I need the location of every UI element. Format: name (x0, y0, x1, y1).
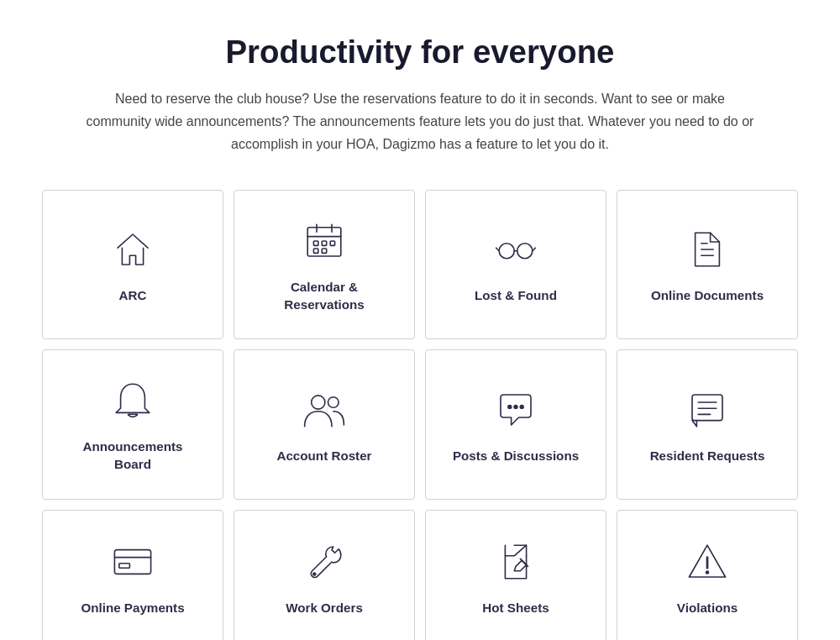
grid-item-label-calendar: Calendar & Reservations (284, 278, 364, 314)
grid-item-label-hot-sheets: Hot Sheets (482, 599, 549, 616)
calendar-icon (299, 216, 349, 266)
svg-point-10 (517, 244, 533, 259)
svg-point-22 (520, 404, 524, 408)
grid-item-violations[interactable]: Violations (617, 510, 798, 640)
home-icon (108, 224, 158, 275)
grid-item-calendar[interactable]: Calendar & Reservations (234, 190, 415, 340)
page-subtitle: Need to reserve the club house? Use the … (84, 87, 756, 156)
svg-rect-8 (322, 249, 326, 253)
svg-point-19 (328, 396, 339, 407)
grid-item-online-payments[interactable]: Online Payments (42, 510, 223, 640)
credit-card-icon (108, 537, 158, 587)
grid-item-label-lost-found: Lost & Found (475, 286, 557, 304)
document-icon (682, 224, 732, 275)
grid-item-label-work-orders: Work Orders (286, 599, 363, 616)
grid-item-label-account-roster: Account Roster (276, 447, 371, 464)
grid-item-label-posts-discussions: Posts & Discussions (453, 447, 579, 464)
grid-item-account-roster[interactable]: Account Roster (234, 349, 415, 500)
grid-item-lost-found[interactable]: Lost & Found (425, 190, 606, 340)
svg-point-30 (312, 572, 317, 576)
svg-rect-29 (119, 564, 130, 568)
page-title: Productivity for everyone (17, 34, 823, 71)
grid-item-hot-sheets[interactable]: Hot Sheets (425, 510, 606, 640)
svg-point-33 (706, 570, 710, 574)
chat-icon (491, 385, 541, 435)
svg-point-21 (513, 404, 517, 408)
svg-point-18 (312, 396, 325, 409)
grid-item-online-documents[interactable]: Online Documents (617, 190, 798, 340)
grid-item-label-violations: Violations (677, 599, 738, 616)
grid-item-label-resident-requests: Resident Requests (650, 447, 765, 464)
svg-rect-6 (330, 241, 334, 245)
svg-rect-27 (114, 550, 150, 574)
svg-point-20 (507, 404, 512, 408)
svg-rect-5 (322, 241, 326, 245)
grid-item-label-announcements: Announcements Board (83, 438, 183, 474)
message-lines-icon (682, 385, 732, 435)
grid-item-resident-requests[interactable]: Resident Requests (617, 349, 798, 500)
wrench-icon (299, 537, 349, 587)
feature-grid: ARCCalendar & ReservationsLost & FoundOn… (17, 190, 823, 640)
svg-rect-0 (307, 227, 341, 255)
grid-item-label-online-payments: Online Payments (81, 599, 184, 616)
warning-icon (682, 537, 732, 587)
svg-point-9 (499, 244, 514, 259)
edit-doc-icon (491, 537, 541, 587)
grid-item-work-orders[interactable]: Work Orders (234, 510, 415, 640)
grid-item-arc[interactable]: ARC (42, 190, 223, 340)
bell-icon (108, 375, 158, 426)
glasses-icon (491, 224, 541, 275)
grid-item-posts-discussions[interactable]: Posts & Discussions (425, 349, 606, 500)
grid-item-label-online-documents: Online Documents (651, 286, 764, 304)
grid-item-announcements[interactable]: Announcements Board (42, 349, 223, 500)
users-icon (299, 385, 349, 435)
svg-rect-23 (692, 395, 722, 421)
svg-rect-7 (313, 249, 318, 253)
page-header: Productivity for everyone Need to reserv… (17, 34, 823, 156)
grid-item-label-arc: ARC (119, 286, 147, 304)
svg-rect-4 (313, 241, 318, 245)
